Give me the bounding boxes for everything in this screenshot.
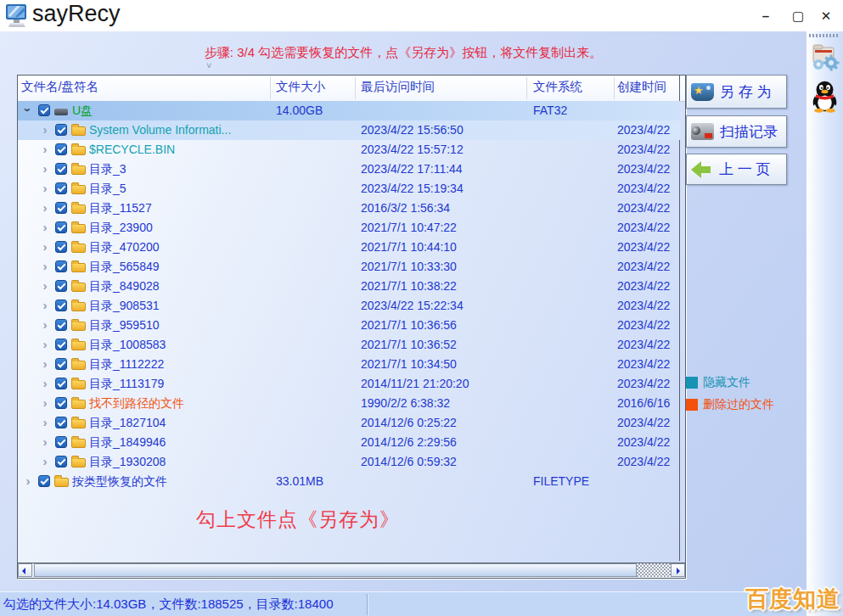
scrollbar-thumb[interactable] — [34, 563, 637, 577]
folder-icon — [71, 263, 86, 272]
row-checkbox[interactable] — [55, 182, 67, 194]
column-header-fs[interactable]: 文件系统 — [533, 79, 582, 95]
table-row[interactable]: ›找不到路径的文件1990/2/2 6:38:322016/6/16 — [18, 394, 680, 413]
table-row[interactable]: ›目录_52023/4/22 15:19:342023/4/22 — [18, 179, 680, 199]
row-name: 目录_565849 — [89, 260, 160, 275]
table-row[interactable]: ›目录_19302082014/12/6 0:59:322023/4/22 — [18, 452, 680, 472]
column-divider[interactable] — [270, 77, 271, 99]
table-row[interactable]: ›目录_18499462014/12/6 2:29:562023/4/22 — [18, 433, 680, 452]
chevron-collapsed-icon[interactable]: › — [40, 142, 50, 156]
chevron-collapsed-icon[interactable]: › — [23, 473, 33, 488]
column-divider[interactable] — [526, 77, 527, 99]
table-row[interactable]: ›目录_11122222021/7/1 10:34:502023/4/22 — [18, 355, 680, 374]
row-name: U盘 — [72, 104, 93, 119]
column-divider[interactable] — [355, 77, 356, 99]
horizontal-scrollbar[interactable] — [18, 563, 685, 578]
row-checkbox[interactable] — [55, 124, 67, 136]
table-row[interactable]: ›$RECYCLE.BIN2023/4/22 15:57:122023/4/22 — [18, 140, 680, 160]
scrollbar-track[interactable] — [637, 563, 671, 577]
table-row[interactable]: ›U盘14.00GBFAT32 — [18, 101, 680, 120]
cell-create-time: 2023/4/22 — [617, 143, 670, 156]
table-row[interactable]: ›目录_239002021/7/1 10:47:222023/4/22 — [18, 218, 680, 238]
column-header-atime[interactable]: 最后访问时间 — [361, 79, 435, 95]
column-header-size[interactable]: 文件大小 — [276, 79, 325, 95]
chevron-collapsed-icon[interactable]: › — [40, 298, 50, 312]
chevron-collapsed-icon[interactable]: › — [40, 454, 50, 468]
table-row[interactable]: ›目录_9085312023/4/22 15:22:342023/4/22 — [18, 296, 680, 316]
title-bar: sayRecy – ▢ ✕ — [0, 0, 843, 32]
cell-create-time: 2023/4/22 — [617, 357, 670, 371]
table-row[interactable]: ›目录_9595102021/7/1 10:36:562023/4/22 — [18, 316, 680, 335]
scan-record-label: 扫描记录 — [720, 122, 778, 142]
scroll-left-button[interactable] — [18, 563, 32, 577]
chevron-collapsed-icon[interactable]: › — [40, 239, 50, 254]
save-as-icon — [691, 83, 714, 101]
row-checkbox[interactable] — [55, 319, 67, 331]
row-checkbox[interactable] — [55, 241, 67, 253]
chevron-collapsed-icon[interactable]: › — [40, 122, 50, 137]
panel-drag-handle-icon[interactable] — [809, 34, 840, 37]
table-row[interactable]: ›目录_10085832021/7/1 10:36:522023/4/22 — [18, 335, 680, 355]
chevron-collapsed-icon[interactable]: › — [40, 278, 50, 293]
cell-access-time: 2021/7/1 10:36:56 — [361, 318, 457, 332]
table-row[interactable]: ›System Volume Informati...2023/4/22 15:… — [18, 120, 680, 140]
chevron-collapsed-icon[interactable]: › — [40, 220, 50, 234]
row-checkbox[interactable] — [55, 300, 67, 311]
settings-folder-icon[interactable] — [810, 41, 840, 75]
previous-page-button[interactable]: 上 一 页 — [686, 154, 787, 185]
row-checkbox[interactable] — [55, 163, 67, 175]
row-checkbox[interactable] — [55, 260, 67, 272]
row-checkbox[interactable] — [55, 378, 67, 389]
minimize-button[interactable]: – — [753, 4, 778, 27]
row-checkbox[interactable] — [55, 143, 67, 155]
row-checkbox[interactable] — [55, 417, 67, 428]
cell-access-time: 1990/2/2 6:38:32 — [361, 396, 450, 410]
table-row[interactable]: ›目录_8490282021/7/1 10:38:222023/4/22 — [18, 277, 680, 296]
table-row[interactable]: ›目录_32023/4/22 17:11:442023/4/22 — [18, 160, 680, 179]
chevron-collapsed-icon[interactable]: › — [40, 200, 50, 215]
row-name: 目录_1930208 — [89, 455, 166, 470]
row-checkbox[interactable] — [55, 456, 67, 468]
row-checkbox[interactable] — [38, 475, 50, 487]
folder-icon — [71, 185, 86, 194]
chevron-collapsed-icon[interactable]: › — [40, 356, 50, 371]
chevron-collapsed-icon[interactable]: › — [40, 434, 50, 449]
column-header-ctime[interactable]: 创建时间 — [617, 79, 666, 95]
table-row[interactable]: ›目录_115272016/3/2 1:56:342023/4/22 — [18, 199, 680, 218]
qq-penguin-icon[interactable] — [810, 79, 840, 113]
right-arrow-icon — [677, 568, 680, 574]
chevron-expanded-icon[interactable]: › — [21, 105, 36, 115]
chevron-collapsed-icon[interactable]: › — [40, 376, 50, 390]
table-row[interactable]: ›按类型恢复的文件33.01MBFILETYPE — [18, 472, 680, 491]
app-window: sayRecy – ▢ ✕ 步骤: 3/4 勾选需要恢复的文件，点《另存为》按钮… — [0, 0, 843, 616]
row-checkbox[interactable] — [38, 104, 50, 116]
scroll-right-button[interactable] — [671, 563, 685, 577]
chevron-collapsed-icon[interactable]: › — [40, 161, 50, 176]
chevron-collapsed-icon[interactable]: › — [40, 415, 50, 429]
row-checkbox[interactable] — [55, 397, 67, 409]
chevron-collapsed-icon[interactable]: › — [40, 337, 50, 351]
chevron-collapsed-icon[interactable]: › — [40, 317, 50, 332]
row-checkbox[interactable] — [55, 339, 67, 350]
row-checkbox[interactable] — [55, 436, 67, 448]
chevron-collapsed-icon[interactable]: › — [40, 259, 50, 273]
chevron-collapsed-icon[interactable]: › — [40, 395, 50, 410]
row-checkbox[interactable] — [55, 221, 67, 233]
table-row[interactable]: ›目录_4702002021/7/1 10:44:102023/4/22 — [18, 238, 680, 257]
row-checkbox[interactable] — [55, 358, 67, 370]
folder-icon — [71, 419, 86, 428]
column-divider[interactable] — [614, 77, 615, 99]
row-checkbox[interactable] — [55, 280, 67, 292]
table-row[interactable]: ›目录_18271042014/12/6 0:25:222023/4/22 — [18, 413, 680, 433]
cell-access-time: 2023/4/22 15:56:50 — [361, 123, 464, 137]
maximize-button[interactable]: ▢ — [785, 4, 811, 27]
row-checkbox[interactable] — [55, 202, 67, 214]
scan-record-button[interactable]: 扫描记录 — [686, 115, 787, 148]
close-button[interactable]: ✕ — [813, 4, 839, 27]
row-name: 目录_959510 — [89, 318, 160, 333]
column-header-name[interactable]: 文件名/盘符名 — [21, 79, 98, 95]
chevron-collapsed-icon[interactable]: › — [40, 181, 50, 195]
table-row[interactable]: ›目录_5658492021/7/1 10:33:302023/4/22 — [18, 257, 680, 277]
table-row[interactable]: ›目录_11131792014/11/21 21:20:202023/4/22 — [18, 374, 680, 394]
save-as-button[interactable]: 另 存 为 — [686, 75, 787, 109]
